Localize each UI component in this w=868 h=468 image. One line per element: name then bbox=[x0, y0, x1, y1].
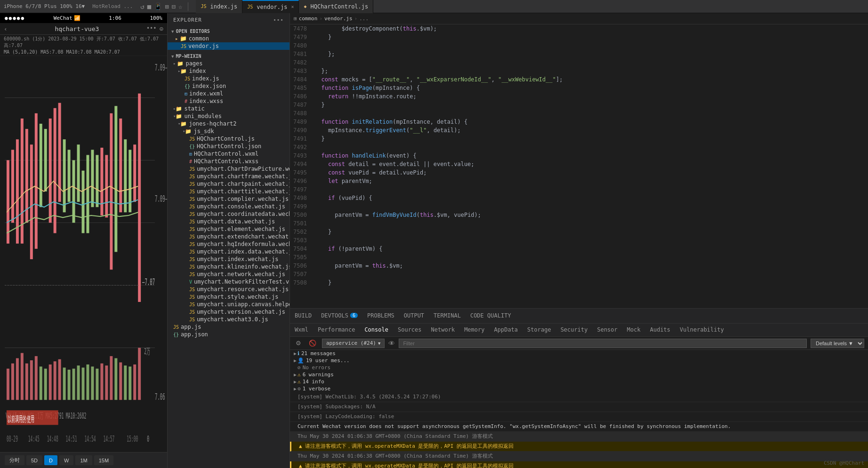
phone-back-icon[interactable]: ‹ bbox=[4, 25, 8, 32]
item-appjs-label: app.js bbox=[181, 324, 201, 330]
tree-item-hqchart-wxss[interactable]: # HQChartControl.wxss bbox=[168, 158, 289, 165]
tree-item-app-json[interactable]: {} app.json bbox=[168, 331, 289, 338]
tree-item-complier[interactable]: JS umychart.complier.wechat.js bbox=[168, 195, 289, 203]
tree-item-resource[interactable]: JS umychart.resource.wechat.js bbox=[168, 286, 289, 293]
device-label: iPhone 6/7/8 Plus 100% 16▼ bbox=[4, 3, 85, 9]
tab-problems[interactable]: PROBLEMS bbox=[362, 309, 399, 324]
subtab-vulnerability[interactable]: Vulnerability bbox=[675, 324, 729, 337]
subtab-audits[interactable]: Audits bbox=[645, 324, 675, 337]
tree-item-index-wechat[interactable]: JS umychart.index.wechat.js bbox=[168, 255, 289, 263]
tree-item-index-js[interactable]: JS index.js bbox=[168, 75, 289, 82]
tree-item-hqindex[interactable]: JS umychart.hqIndexformula.wechat.js bbox=[168, 240, 289, 248]
tab-hqchart-js[interactable]: ◆ HQChartControl.js bbox=[299, 0, 373, 13]
appservice-selector[interactable]: appservice (#24) ▼ bbox=[322, 339, 385, 348]
tree-item-extend[interactable]: JS umychart.extendchart.wechat.js bbox=[168, 233, 289, 240]
tree-item-klineinfo[interactable]: JS umychart.klineinfo.wechat.js bbox=[168, 263, 289, 270]
tab-output[interactable]: OUTPUT bbox=[399, 309, 429, 324]
tree-item-data[interactable]: JS umychart.data.wechat.js bbox=[168, 218, 289, 225]
tree-item-charttitle[interactable]: JS umychart.charttitle.wechat.js bbox=[168, 188, 289, 195]
tab-vendor-js[interactable]: JS vendor.js × bbox=[242, 0, 299, 13]
msg-group-19[interactable]: 👤 19 user mes... bbox=[290, 357, 868, 364]
tree-item-chartpaint[interactable]: JS umychart.chartpaint.wechat.js bbox=[168, 180, 289, 188]
subtab-appdata[interactable]: AppData bbox=[489, 324, 522, 337]
time-btn-15m[interactable]: 15M bbox=[94, 455, 113, 465]
tab-index-js[interactable]: JS index.js bbox=[196, 0, 242, 13]
tree-item-static[interactable]: ▸ 📁 static bbox=[168, 105, 289, 112]
time-btn-1m[interactable]: 1M bbox=[75, 455, 92, 465]
eye-icon[interactable]: 👁 bbox=[388, 340, 395, 347]
filter-input[interactable] bbox=[399, 339, 807, 348]
explorer-item-vendor-js[interactable]: JS vendor.js bbox=[168, 42, 289, 50]
tree-item-index-wxml[interactable]: ⊞ index.wxml bbox=[168, 90, 289, 97]
stop-icon[interactable]: ■ bbox=[147, 3, 151, 10]
subtab-sensor[interactable]: Sensor bbox=[592, 324, 622, 337]
svg-rect-34 bbox=[124, 139, 127, 212]
tab-vendor-js-close[interactable]: × bbox=[291, 4, 294, 9]
subtab-network[interactable]: Network bbox=[426, 324, 460, 337]
toolbar-clear-btn[interactable]: 🚫 bbox=[307, 339, 318, 348]
svg-text:0: 0 bbox=[147, 434, 149, 444]
tree-item-coorddata[interactable]: JS umychart.coordinatedata.wechat.js bbox=[168, 210, 289, 218]
subtab-security[interactable]: Security bbox=[556, 324, 593, 337]
explorer-menu-icon[interactable]: ••• bbox=[273, 17, 284, 23]
msg-group-info[interactable]: ⚠ 14 info bbox=[290, 378, 868, 385]
subtab-performance[interactable]: Performance bbox=[313, 324, 360, 337]
default-levels-select[interactable]: Default levels ▼ bbox=[811, 339, 864, 348]
msg-group-21[interactable]: ℹ 21 messages bbox=[290, 350, 868, 357]
msg-group-verbose[interactable]: ⚙ 1 verbose bbox=[290, 385, 868, 392]
time-btn-w[interactable]: W bbox=[59, 455, 73, 465]
tree-item-index-wxss[interactable]: # index.wxss bbox=[168, 97, 289, 105]
tree-item-uni-modules[interactable]: ▾ 📁 uni_modules bbox=[168, 112, 289, 120]
code-editor[interactable]: 7478 $destroyComponent(this.$vm); 7479 }… bbox=[290, 24, 868, 308]
file-indexwxml-icon: ⊞ bbox=[185, 91, 187, 96]
tree-item-jones-hqchart2[interactable]: ▾ 📁 jones-hqchart2 bbox=[168, 120, 289, 127]
tab-devtools[interactable]: DEVTOOLS 6 bbox=[316, 309, 362, 324]
tree-item-networkfilter[interactable]: V umychart.NetworkFilterTest.vue.js bbox=[168, 278, 289, 286]
tree-item-index[interactable]: ▸ 📁 index bbox=[168, 67, 289, 75]
tab-build[interactable]: BUILD bbox=[290, 309, 316, 324]
tree-item-network[interactable]: JS umychart.network.wechat.js bbox=[168, 270, 289, 278]
tab-code-quality[interactable]: CODE QUALITY bbox=[466, 309, 516, 324]
tree-item-chartdraw[interactable]: JS umychart.ChartDrawPicture.wechat.js bbox=[168, 165, 289, 173]
star-icon[interactable]: ☆ bbox=[178, 3, 182, 10]
tree-item-hqchart-control-js[interactable]: JS HQChartControl.js bbox=[168, 135, 289, 143]
subtab-console[interactable]: Console bbox=[360, 324, 393, 337]
tree-item-hqchart-wxml[interactable]: ⊞ HQChartControl.wxml bbox=[168, 150, 289, 158]
tree-item-version[interactable]: JS umychart.version.wechat.js bbox=[168, 308, 289, 316]
section-mp-weixin[interactable]: ▼ MP-WEIXIN bbox=[168, 52, 289, 60]
subtab-sources[interactable]: Sources bbox=[393, 324, 426, 337]
tree-item-js-sdk[interactable]: ▾ 📁 js_sdk bbox=[168, 127, 289, 135]
section-open-editors[interactable]: ▼ OPEN EDITORS bbox=[168, 27, 289, 35]
subtab-mock[interactable]: Mock bbox=[622, 324, 645, 337]
msg-group-warnings[interactable]: ⚠ 6 warnings bbox=[290, 371, 868, 378]
tree-item-element[interactable]: JS umychart.element.wechat.js bbox=[168, 225, 289, 233]
refresh-icon[interactable]: ↺ bbox=[140, 3, 144, 10]
msg-group-noerr[interactable]: ⊘ No errors bbox=[290, 364, 868, 371]
toolbar-settings-btn[interactable]: ⚙ bbox=[294, 339, 303, 348]
tree-item-wechat3[interactable]: JS umychart.wechat3.0.js bbox=[168, 316, 289, 323]
tree-item-style[interactable]: JS umychart.style.wechat.js bbox=[168, 293, 289, 301]
tree-item-index-json[interactable]: {} index.json bbox=[168, 82, 289, 90]
phone-capture-icon[interactable]: ⊙ bbox=[160, 25, 163, 32]
item-extend-label: umychart.extendchart.wechat.js bbox=[197, 233, 289, 240]
time-btn-d[interactable]: D bbox=[44, 455, 57, 465]
subtab-storage[interactable]: Storage bbox=[522, 324, 556, 337]
explorer-item-common[interactable]: ▸ 📁 common bbox=[168, 35, 289, 42]
tree-item-indexdata[interactable]: JS umychart.index.data.wechat.js bbox=[168, 248, 289, 255]
tree-item-uniapp[interactable]: JS umychart.uniapp.canvas.helper.js bbox=[168, 301, 289, 308]
tree-item-console[interactable]: JS umychart.console.wechat.js bbox=[168, 203, 289, 210]
phone-menu-icon[interactable]: ••• bbox=[146, 25, 157, 32]
time-btn-fen[interactable]: 分时 bbox=[5, 455, 24, 465]
tree-item-chartframe[interactable]: JS umychart.chartframe.wechat.js bbox=[168, 173, 289, 180]
subtab-memory[interactable]: Memory bbox=[459, 324, 489, 337]
svg-text:14:45: 14:45 bbox=[28, 434, 40, 444]
time-btn-5d[interactable]: 5D bbox=[26, 455, 42, 465]
tree-item-hqchart-json[interactable]: {} HQChartControl.json bbox=[168, 143, 289, 150]
tab-terminal[interactable]: TERMINAL bbox=[429, 309, 466, 324]
subtab-wxml[interactable]: Wxml bbox=[290, 324, 313, 337]
phone-icon[interactable]: 📱 bbox=[154, 3, 162, 10]
layout-icon[interactable]: ⊞ bbox=[165, 3, 169, 10]
tree-item-pages[interactable]: ▸ 📁 pages bbox=[168, 60, 289, 67]
grid-icon[interactable]: ⊟ bbox=[172, 3, 176, 10]
tree-item-app-js[interactable]: JS app.js bbox=[168, 323, 289, 331]
